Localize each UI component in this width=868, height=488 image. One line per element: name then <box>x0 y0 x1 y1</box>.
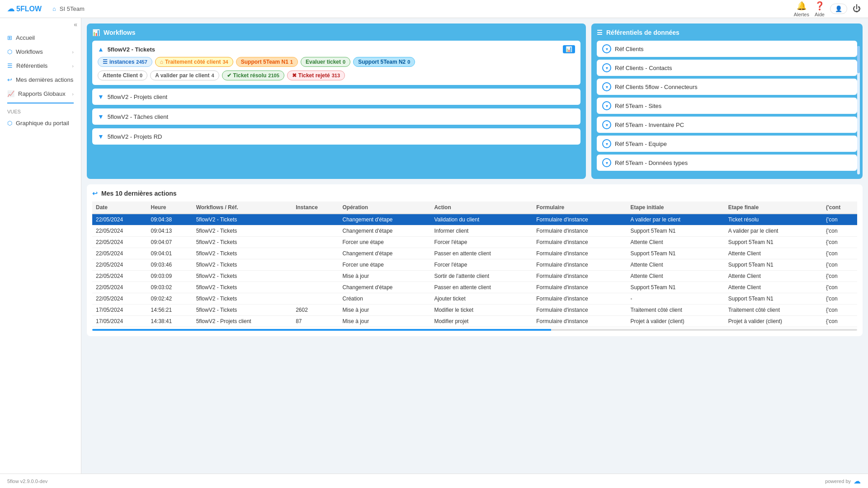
ref-item-clients-contacts[interactable]: ▾ Réf Clients - Contacts <box>597 60 857 76</box>
sidebar-item-accueil[interactable]: ⊞ Accueil <box>0 31 81 45</box>
table-cell-9: {'con <box>822 237 857 248</box>
sidebar-item-dernieres-actions[interactable]: ↩ Mes dernières actions <box>0 73 81 87</box>
workflows-panel-icon: 📊 <box>92 29 100 36</box>
badge-ticket-rejete[interactable]: ✖ Ticket rejeté 313 <box>287 70 345 80</box>
ref-item-5team-sites[interactable]: ▾ Réf 5Team - Sites <box>597 98 857 114</box>
taches-client-chevron[interactable]: ▼ <box>98 113 104 120</box>
workflow-projets-client[interactable]: ▼ 5flowV2 - Projets client <box>92 89 580 105</box>
table-row[interactable]: 17/05/202414:38:415flowV2 - Projets clie… <box>92 316 857 327</box>
table-row[interactable]: 22/05/202409:04:135flowV2 - TicketsChang… <box>92 225 857 237</box>
actions-table: Date Heure Workflows / Réf. Instance Opé… <box>92 202 857 327</box>
table-cell-5: Informer client <box>430 225 533 237</box>
ref-item-clients-connecteurs[interactable]: ▾ Réf Clients 5flow - Connecteurs <box>597 79 857 95</box>
table-cell-1: 09:03:09 <box>147 271 192 282</box>
table-cell-5: Sortir de l'attente client <box>430 271 533 282</box>
table-cell-7: Support 5Team N1 <box>627 248 724 259</box>
table-row[interactable]: 22/05/202409:03:025flowV2 - TicketsChang… <box>92 282 857 293</box>
ref-clients-connecteurs-chevron[interactable]: ▾ <box>602 82 611 91</box>
col-heure: Heure <box>147 202 192 214</box>
user-menu[interactable]: 👤 <box>830 4 847 14</box>
table-cell-3: 87 <box>292 316 339 327</box>
workflow-taches-client[interactable]: ▼ 5flowV2 - Tâches client <box>92 108 580 125</box>
sidebar-item-rapports-globaux[interactable]: 📈 Rapports Globaux › <box>0 87 81 101</box>
table-cell-5: Modifier projet <box>430 316 533 327</box>
table-cell-0: 22/05/2024 <box>92 282 147 293</box>
table-row[interactable]: 22/05/202409:03:095flowV2 - TicketsMise … <box>92 271 857 282</box>
table-cell-2: 5flowV2 - Tickets <box>193 237 292 248</box>
ref-clients-contacts-chevron[interactable]: ▾ <box>602 63 611 72</box>
sidebar-item-referentiels[interactable]: ☰ Référentiels › <box>0 59 81 73</box>
badge-instances-count: 2457 <box>136 59 147 65</box>
projets-client-chevron[interactable]: ▼ <box>98 93 104 100</box>
badge-traitement-count: 34 <box>222 59 228 65</box>
badge-a-valider[interactable]: A valider par le client 4 <box>150 70 219 80</box>
table-scroll-indicator[interactable] <box>92 329 857 331</box>
sidebar-item-graphique-portail[interactable]: ⬡ Graphique du portail <box>0 116 81 130</box>
ref-5team-donnees-chevron[interactable]: ▾ <box>602 158 611 167</box>
table-cell-9: {'con <box>822 305 857 316</box>
ref-scrollbar[interactable] <box>857 46 860 73</box>
table-cell-1: 09:04:38 <box>147 214 192 225</box>
actions-icon: ↩ <box>92 190 98 197</box>
table-cell-0: 22/05/2024 <box>92 214 147 225</box>
table-cell-6: Formulaire d'instance <box>533 237 627 248</box>
projets-rd-chevron[interactable]: ▼ <box>98 133 104 140</box>
rapports-sidebar-icon: 📈 <box>7 90 14 97</box>
sidebar-item-workflows[interactable]: ⬡ Workflows › <box>0 45 81 59</box>
table-cell-7: Support 5Team N1 <box>627 282 724 293</box>
table-row[interactable]: 22/05/202409:02:425flowV2 - TicketsCréat… <box>92 293 857 305</box>
badge-support-n2[interactable]: Support 5Team N2 0 <box>353 57 415 67</box>
referentiels-panel-icon: ☰ <box>597 29 603 36</box>
cross-badge-icon: ✖ <box>292 72 297 79</box>
table-row[interactable]: 22/05/202409:04:385flowV2 - TicketsChang… <box>92 214 857 225</box>
table-row[interactable]: 17/05/202414:56:215flowV2 - Tickets2602M… <box>92 305 857 316</box>
table-cell-3 <box>292 237 339 248</box>
sidebar-label-referentiels: Référentiels <box>16 62 47 69</box>
workflow-tickets-chevron[interactable]: ▲ <box>98 46 104 53</box>
aide-button[interactable]: ❓ Aide <box>815 1 825 17</box>
badge-traitement-label: Traitement côté client <box>165 59 221 65</box>
ref-clients-chevron[interactable]: ▾ <box>602 44 611 53</box>
badge-instances[interactable]: ☰ instances 2457 <box>98 57 152 67</box>
table-cell-4: Changement d'étape <box>339 282 430 293</box>
table-cell-5: Passer en attente client <box>430 282 533 293</box>
ref-item-5team-equipe[interactable]: ▾ Réf 5Team - Equipe <box>597 136 857 152</box>
badge-evaluer-label: Evaluer ticket <box>306 59 341 65</box>
workflows-panel-header: 📊 Workflows <box>92 29 580 36</box>
table-row[interactable]: 22/05/202409:04:075flowV2 - TicketsForce… <box>92 237 857 248</box>
table-cell-4: Changement d'étape <box>339 248 430 259</box>
table-cell-9: {'con <box>822 282 857 293</box>
table-cell-1: 14:56:21 <box>147 305 192 316</box>
col-workflow: Workflows / Réf. <box>193 202 292 214</box>
ref-item-clients[interactable]: ▾ Réf Clients <box>597 41 857 57</box>
table-row[interactable]: 22/05/202409:04:015flowV2 - TicketsChang… <box>92 248 857 259</box>
workflow-projets-rd[interactable]: ▼ 5flowV2 - Projets RD <box>92 128 580 145</box>
workflow-tickets-chart-button[interactable]: 📊 <box>563 45 575 53</box>
actions-panel: ↩ Mes 10 dernières actions Date Heure Wo… <box>87 184 863 336</box>
chevron-right-icon: › <box>72 49 74 55</box>
table-cell-8: Support 5Team N1 <box>725 293 822 305</box>
table-cell-8: A valider par le client <box>725 225 822 237</box>
ref-5team-sites-chevron[interactable]: ▾ <box>602 101 611 110</box>
table-row[interactable]: 22/05/202409:03:465flowV2 - TicketsForce… <box>92 259 857 271</box>
alertes-button[interactable]: 🔔 Alertes <box>794 1 809 17</box>
table-cell-7: Attente Client <box>627 237 724 248</box>
table-cell-5: Forcer l'étape <box>430 237 533 248</box>
taches-client-title: 5flowV2 - Tâches client <box>108 113 168 120</box>
table-cell-3 <box>292 225 339 237</box>
ref-5team-inventaire-chevron[interactable]: ▾ <box>602 120 611 129</box>
power-button[interactable]: ⏻ <box>853 4 861 14</box>
badge-support-n1[interactable]: Support 5Team N1 1 <box>236 57 298 67</box>
badge-ticket-resolu[interactable]: ✔ Ticket résolu 2105 <box>222 70 284 80</box>
badge-traitement-cote-client[interactable]: ⌂ Traitement côté client 34 <box>155 57 233 67</box>
sidebar: « ⊞ Accueil ⬡ Workflows › ☰ Référentiels… <box>0 18 81 474</box>
badge-evaluer-ticket[interactable]: Evaluer ticket 0 <box>301 57 350 67</box>
table-cell-9: {'con <box>822 248 857 259</box>
ref-item-5team-donnees-types[interactable]: ▾ Réf 5Team - Données types <box>597 155 857 171</box>
col-cont: ('cont <box>822 202 857 214</box>
sidebar-section-vues: Vues <box>0 105 81 116</box>
ref-item-5team-inventaire[interactable]: ▾ Réf 5Team - Inventaire PC <box>597 117 857 133</box>
badge-attente-client[interactable]: Attente Client 0 <box>98 70 147 80</box>
ref-5team-equipe-chevron[interactable]: ▾ <box>602 139 611 148</box>
sidebar-collapse-button[interactable]: « <box>74 21 77 28</box>
